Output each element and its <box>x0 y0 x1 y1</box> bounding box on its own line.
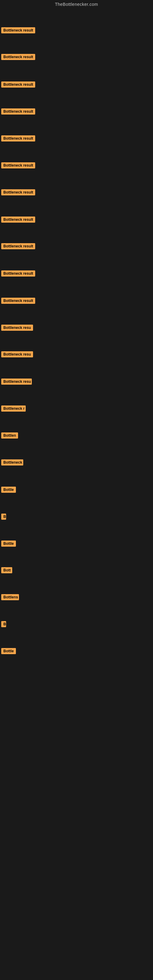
bottleneck-badge-3[interactable]: Bottleneck result <box>1 81 35 88</box>
bottleneck-badge-23[interactable]: B <box>1 621 6 627</box>
bottleneck-result-row-11: Bottleneck result <box>1 298 35 305</box>
bottleneck-result-row-8: Bottleneck result <box>1 216 35 224</box>
bottleneck-result-row-7: Bottleneck result <box>1 189 35 197</box>
bottleneck-result-row-5: Bottleneck result <box>1 135 35 143</box>
site-title-text: TheBottlenecker.com <box>0 0 153 10</box>
bottleneck-result-row-12: Bottleneck resu <box>1 325 33 332</box>
bottleneck-result-row-6: Bottleneck result <box>1 162 35 170</box>
bottleneck-badge-7[interactable]: Bottleneck result <box>1 189 35 196</box>
bottleneck-result-row-22: Bottlens <box>1 594 19 601</box>
bottleneck-result-row-18: Bottle <box>1 487 16 494</box>
bottleneck-badge-10[interactable]: Bottleneck result <box>1 270 35 277</box>
bottleneck-badge-21[interactable]: Bott <box>1 567 12 573</box>
bottleneck-badge-2[interactable]: Bottleneck result <box>1 54 35 60</box>
bottleneck-result-row-3: Bottleneck result <box>1 81 35 89</box>
bottleneck-result-row-2: Bottleneck result <box>1 54 35 61</box>
bottleneck-result-row-1: Bottleneck result <box>1 27 35 35</box>
bottleneck-result-row-24: Bottle <box>1 648 16 655</box>
bottleneck-badge-20[interactable]: Bottle <box>1 541 16 547</box>
bottleneck-badge-19[interactable]: B <box>1 514 6 520</box>
bottleneck-badge-9[interactable]: Bottleneck result <box>1 243 35 249</box>
bottleneck-badge-6[interactable]: Bottleneck result <box>1 162 35 169</box>
bottleneck-badge-14[interactable]: Bottleneck resu <box>1 379 32 385</box>
bottleneck-badge-22[interactable]: Bottlens <box>1 594 19 600</box>
bottleneck-result-row-10: Bottleneck result <box>1 270 35 278</box>
bottleneck-badge-12[interactable]: Bottleneck resu <box>1 325 33 331</box>
bottleneck-badge-17[interactable]: Bottleneck <box>1 460 23 466</box>
bottleneck-badge-1[interactable]: Bottleneck result <box>1 27 35 33</box>
bottleneck-result-row-14: Bottleneck resu <box>1 379 32 386</box>
bottleneck-badge-24[interactable]: Bottle <box>1 648 16 654</box>
bottleneck-result-row-15: Bottleneck r <box>1 406 26 413</box>
bottleneck-result-row-16: Bottlen <box>1 433 18 440</box>
bottleneck-result-row-21: Bott <box>1 567 12 574</box>
bottleneck-badge-5[interactable]: Bottleneck result <box>1 135 35 142</box>
bottleneck-result-row-13: Bottleneck resu <box>1 351 33 359</box>
bottleneck-badge-13[interactable]: Bottleneck resu <box>1 351 33 357</box>
bottleneck-result-row-17: Bottleneck <box>1 460 23 467</box>
bottleneck-result-row-9: Bottleneck result <box>1 243 35 250</box>
bottleneck-result-row-23: B <box>1 621 6 628</box>
bottleneck-badge-8[interactable]: Bottleneck result <box>1 216 35 223</box>
bottleneck-badge-16[interactable]: Bottlen <box>1 433 18 439</box>
bottleneck-badge-4[interactable]: Bottleneck result <box>1 108 35 115</box>
bottleneck-badge-15[interactable]: Bottleneck r <box>1 406 26 412</box>
bottleneck-result-row-19: B <box>1 514 6 521</box>
bottleneck-result-row-20: Bottle <box>1 541 16 548</box>
bottleneck-badge-11[interactable]: Bottleneck result <box>1 298 35 304</box>
bottleneck-result-row-4: Bottleneck result <box>1 108 35 116</box>
bottleneck-badge-18[interactable]: Bottle <box>1 487 16 493</box>
